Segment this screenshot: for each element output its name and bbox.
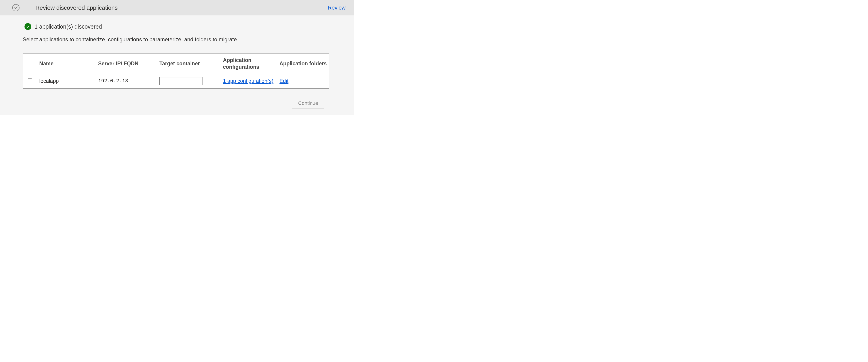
col-header-server: Server IP/ FQDN [96,54,157,74]
target-container-input[interactable] [159,77,203,85]
col-header-name: Name [37,54,96,74]
step-title: Review discovered applications [35,4,118,11]
col-header-checkbox [23,54,37,74]
app-configurations-link[interactable]: 1 app configuration(s) [223,78,273,85]
cell-app-name: localapp [37,74,96,88]
discovery-status: 1 application(s) discovered [25,23,333,30]
app-folders-edit-link[interactable]: Edit [280,78,289,85]
select-all-checkbox[interactable] [28,61,32,65]
applications-table: Name Server IP/ FQDN Target container Ap… [23,54,329,89]
success-check-icon [25,23,31,30]
instruction-text: Select applications to containerize, con… [23,36,333,43]
col-header-target: Target container [157,54,221,74]
cell-server-ip: 192.0.2.13 [96,74,157,88]
review-link[interactable]: Review [328,4,346,11]
continue-button[interactable]: Continue [292,98,324,109]
row-select-checkbox[interactable] [28,78,32,83]
checkmark-circle-icon [12,4,20,11]
col-header-folders: Application folders [277,54,329,74]
table-row: localapp 192.0.2.13 1 app configuration(… [23,74,329,88]
discovery-status-text: 1 application(s) discovered [34,23,102,30]
col-header-configs: Application configurations [221,54,277,74]
step-header-bar: Review discovered applications Review [0,0,354,16]
